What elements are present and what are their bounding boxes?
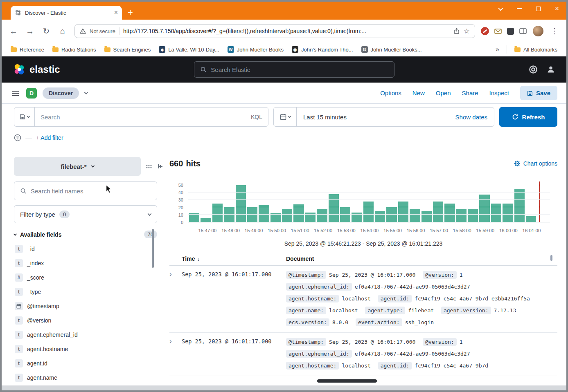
histogram-bar[interactable] — [201, 218, 211, 222]
histogram-bar[interactable] — [282, 209, 292, 222]
options-button[interactable]: Options — [380, 90, 401, 96]
collapse-sidebar-icon[interactable] — [157, 163, 164, 170]
save-button[interactable]: Save — [520, 86, 557, 100]
time-column-header[interactable]: Time — [182, 255, 195, 262]
histogram-bar[interactable] — [479, 195, 489, 222]
histogram-bar[interactable] — [468, 209, 478, 222]
profile-avatar[interactable] — [533, 26, 543, 36]
field-item-@version[interactable]: t@version — [14, 313, 157, 327]
extension-stop-icon[interactable] — [481, 27, 489, 35]
new-tab-button[interactable]: + — [128, 8, 133, 17]
index-pattern-selector[interactable]: filebeat-* — [14, 157, 141, 176]
back-button[interactable]: ← — [6, 23, 21, 39]
query-language-button[interactable]: KQL — [251, 114, 268, 120]
table-scrollbar[interactable] — [550, 255, 552, 261]
chart-options-button[interactable]: Chart options — [514, 160, 557, 167]
expand-row-button[interactable]: › — [169, 269, 182, 328]
all-bookmarks-button[interactable]: All Bookmarks — [511, 45, 561, 54]
forward-button[interactable]: → — [22, 23, 38, 39]
histogram-bar[interactable] — [433, 202, 443, 222]
window-chevron-icon[interactable] — [491, 2, 510, 16]
elastic-brand[interactable]: elastic — [13, 63, 60, 76]
histogram-bar[interactable] — [410, 209, 420, 222]
bookmark-item[interactable]: Radio Stations — [49, 45, 99, 54]
histogram-bar[interactable] — [236, 185, 246, 222]
histogram-bar[interactable] — [317, 209, 327, 222]
field-item-_index[interactable]: t_index — [14, 256, 157, 270]
menu-icon[interactable] — [11, 89, 20, 97]
bookmark-item[interactable]: Reference — [7, 45, 47, 54]
close-window-button[interactable]: × — [548, 2, 566, 16]
field-item-agent.id[interactable]: tagent.id — [14, 356, 157, 370]
histogram-bar[interactable] — [421, 211, 432, 222]
refresh-button[interactable]: Refresh — [499, 107, 557, 127]
histogram-bar[interactable] — [491, 204, 501, 222]
histogram-bar[interactable] — [444, 204, 455, 222]
field-item-@timestamp[interactable]: @timestamp — [14, 299, 157, 313]
histogram-bar[interactable] — [526, 216, 536, 222]
bookmark-item[interactable]: WJohn Mueller Books — [224, 45, 287, 54]
add-filter-button[interactable]: + Add filter — [36, 134, 63, 141]
field-item-_id[interactable]: t_id — [14, 242, 157, 256]
url-input[interactable] — [123, 28, 450, 34]
bookmarks-overflow-icon[interactable]: » — [492, 46, 503, 53]
dots-grid-icon[interactable] — [146, 163, 152, 170]
sidebar-scrollbar[interactable] — [152, 229, 154, 268]
bookmark-item[interactable]: ◆La Valle, WI 10-Day... — [156, 45, 223, 54]
address-bar[interactable]: Not secure ☆ — [74, 24, 475, 38]
time-range[interactable]: Last 15 minutes — [297, 114, 449, 121]
filter-by-type[interactable]: Filter by type 0 — [14, 205, 157, 223]
bookmark-item[interactable]: ◉John's Random Tho... — [289, 45, 356, 54]
histogram-bar[interactable] — [363, 202, 374, 222]
calendar-icon[interactable] — [274, 108, 297, 126]
histogram-bar[interactable] — [340, 207, 350, 222]
show-dates-button[interactable]: Show dates — [449, 114, 494, 121]
histogram-bar[interactable] — [259, 205, 269, 222]
field-item-_type[interactable]: t_type — [14, 284, 157, 299]
histogram-bar[interactable] — [514, 189, 525, 222]
minimize-button[interactable] — [510, 2, 529, 16]
browser-menu-icon[interactable]: ⋮ — [547, 23, 562, 39]
horizontal-scrollbar[interactable] — [317, 379, 377, 383]
global-search[interactable] — [194, 61, 394, 78]
histogram-bar[interactable] — [386, 207, 397, 222]
maximize-button[interactable] — [529, 2, 548, 16]
expand-row-button[interactable]: › — [169, 336, 182, 372]
field-item-_score[interactable]: #_score — [14, 270, 157, 284]
histogram-bar[interactable] — [212, 204, 223, 222]
sort-descending-icon[interactable]: ↓ — [197, 256, 200, 262]
document-column-header[interactable]: Document — [286, 255, 557, 262]
new-button[interactable]: New — [412, 90, 425, 96]
share-icon[interactable] — [453, 28, 460, 34]
side-panel-icon[interactable] — [518, 26, 528, 36]
space-avatar[interactable]: D — [26, 88, 37, 99]
bookmark-star-icon[interactable]: ☆ — [464, 27, 470, 36]
bookmark-item[interactable]: Search Engines — [101, 45, 154, 54]
histogram-bar[interactable] — [456, 209, 467, 222]
histogram-bar[interactable] — [375, 211, 385, 222]
extension-mail-icon[interactable] — [493, 26, 503, 36]
close-tab-icon[interactable]: × — [114, 9, 118, 16]
chevron-down-icon[interactable] — [84, 90, 88, 94]
breadcrumb[interactable]: Discover — [43, 87, 79, 99]
histogram-bar[interactable] — [398, 202, 408, 222]
field-item-agent.hostname[interactable]: tagent.hostname — [14, 342, 157, 356]
query-input[interactable] — [35, 114, 251, 121]
home-button[interactable]: ⌂ — [55, 23, 70, 39]
user-menu-icon[interactable] — [547, 65, 555, 74]
share-button[interactable]: Share — [462, 90, 478, 96]
browser-tab[interactable]: Discover - Elastic × — [11, 6, 122, 20]
bookmark-item[interactable]: GJohn Mueller Books... — [358, 45, 425, 54]
saved-query-button[interactable] — [14, 108, 35, 126]
histogram-bar[interactable] — [503, 204, 513, 222]
help-icon[interactable] — [529, 65, 538, 74]
security-label[interactable]: Not secure — [90, 28, 115, 34]
global-search-input[interactable] — [211, 66, 388, 73]
field-search[interactable] — [14, 181, 157, 200]
field-search-input[interactable] — [31, 188, 151, 195]
inspect-button[interactable]: Inspect — [489, 90, 509, 96]
histogram-bar[interactable] — [329, 194, 339, 222]
histogram-bar[interactable] — [247, 207, 257, 222]
available-fields-header[interactable]: Available fields 70 — [14, 231, 157, 238]
filter-icon[interactable] — [14, 134, 21, 141]
